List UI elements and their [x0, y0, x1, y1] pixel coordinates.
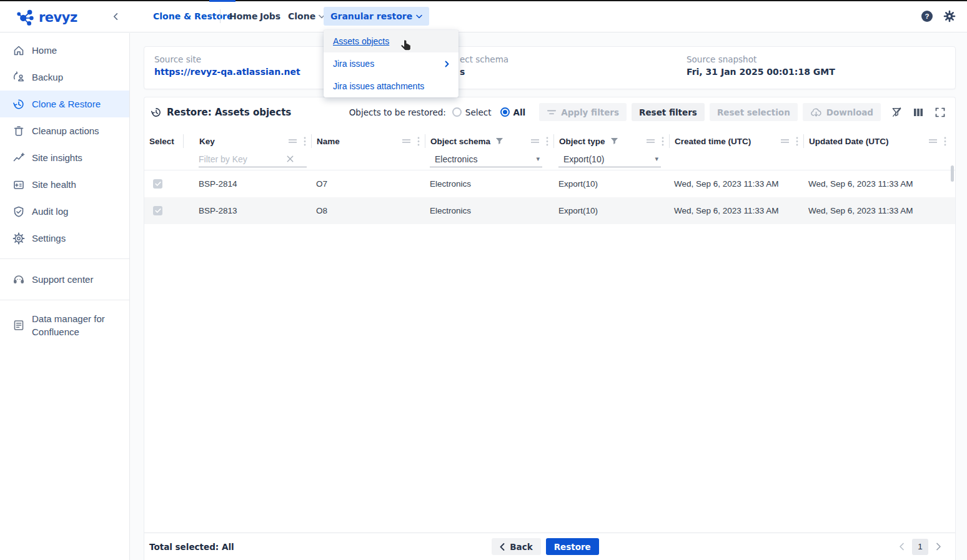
restore-button[interactable]: Restore: [546, 538, 599, 555]
kebab-menu-icon[interactable]: [546, 137, 548, 146]
restore-panel: Restore: Assets objects Objects to be re…: [144, 97, 956, 560]
nav-granular-restore[interactable]: Granular restore: [324, 7, 429, 26]
object-schema-value-partial: s: [460, 67, 508, 77]
cell-key: BSP-2814: [183, 179, 311, 189]
home-icon: [12, 44, 25, 57]
dropdown-caret-icon: ▾: [655, 155, 658, 163]
column-header-object-schema[interactable]: Object schema: [425, 134, 553, 148]
column-header-key[interactable]: Key: [183, 134, 311, 148]
columns-icon[interactable]: [912, 106, 925, 119]
shield-check-icon: [12, 205, 25, 218]
mouse-cursor-icon: [400, 39, 412, 52]
key-filter-input[interactable]: [199, 154, 286, 164]
object-schema-filter-select[interactable]: Electronics ▾: [430, 151, 542, 167]
page-prev-icon[interactable]: [899, 543, 905, 551]
logo[interactable]: revyz: [16, 8, 77, 27]
nav-clone[interactable]: Clone: [288, 0, 325, 32]
cell-object-type: Export(10): [553, 206, 669, 215]
reset-selection-button[interactable]: Reset selection: [710, 103, 798, 121]
menu-item-jira-issues-attachments[interactable]: Jira issues attachments: [324, 75, 459, 97]
cell-object-schema: Electronics: [425, 206, 553, 215]
cell-object-schema: Electronics: [425, 179, 553, 189]
sidebar-item-site-health[interactable]: Site health: [0, 171, 129, 198]
radio-select[interactable]: Select: [452, 107, 492, 117]
drag-handle-icon[interactable]: [530, 139, 540, 144]
sidebar-item-settings[interactable]: Settings: [0, 225, 129, 252]
panel-footer: Total selected: All Back Restore 1: [144, 533, 955, 560]
apply-filters-button[interactable]: Apply filters: [539, 103, 627, 121]
help-icon[interactable]: ?: [921, 10, 933, 22]
back-button[interactable]: Back: [492, 538, 540, 555]
page-next-icon[interactable]: [936, 543, 941, 551]
object-type-filter-select[interactable]: Export(10) ▾: [558, 151, 661, 167]
clear-filter-icon[interactable]: [286, 155, 294, 163]
sidebar-item-support-center[interactable]: Support center: [0, 266, 129, 293]
cell-name: O8: [311, 206, 425, 215]
radio-all[interactable]: All: [500, 107, 526, 117]
source-site-value[interactable]: https://revyz-qa.atlassian.net: [154, 67, 300, 77]
filter-off-icon[interactable]: [890, 106, 903, 119]
nav-home[interactable]: Home: [229, 0, 257, 32]
radio-select-circle[interactable]: [452, 107, 462, 117]
panel-header: Restore: Assets objects Objects to be re…: [144, 97, 955, 127]
pagination: 1: [599, 539, 941, 555]
nav-separator: [220, 9, 221, 23]
column-header-created-time[interactable]: Created time (UTC): [669, 134, 803, 148]
sidebar-collapse-button[interactable]: [109, 9, 122, 23]
cell-updated-date: Wed, Sep 6, 2023 11:33 AM: [803, 179, 951, 189]
sidebar-item-clone-restore[interactable]: Clone & Restore: [0, 91, 129, 117]
sidebar: Home Backup Clone & Restore Cleanup acti…: [0, 33, 130, 560]
kebab-menu-icon[interactable]: [944, 137, 946, 146]
panel-title: Restore: Assets objects: [151, 107, 291, 118]
cell-name: O7: [311, 179, 425, 189]
headset-icon: [12, 273, 25, 286]
row-checkbox[interactable]: [153, 179, 162, 189]
cell-key: BSP-2813: [183, 206, 311, 215]
menu-item-assets-objects[interactable]: Assets objects: [324, 30, 459, 52]
reset-filters-button[interactable]: Reset filters: [632, 103, 705, 121]
column-header-name[interactable]: Name: [311, 134, 425, 148]
drag-handle-icon[interactable]: [402, 139, 411, 144]
object-schema-label-partial: ect schema: [460, 54, 508, 64]
kebab-menu-icon[interactable]: [417, 137, 420, 146]
chevron-left-icon: [500, 543, 505, 551]
backup-icon: [12, 71, 25, 84]
insights-icon: [12, 152, 25, 164]
drag-handle-icon[interactable]: [288, 139, 297, 144]
sidebar-item-data-manager-confluence[interactable]: Data manager for Confluence: [0, 307, 129, 343]
kebab-menu-icon[interactable]: [304, 137, 306, 146]
column-header-object-type[interactable]: Object type: [553, 134, 669, 148]
drag-handle-icon[interactable]: [780, 139, 790, 144]
drag-handle-icon[interactable]: [646, 139, 655, 144]
trash-icon: [12, 125, 25, 137]
menu-item-jira-issues[interactable]: Jira issues: [324, 52, 459, 75]
page-number-button[interactable]: 1: [912, 539, 928, 555]
fullscreen-icon[interactable]: [934, 106, 946, 119]
row-checkbox[interactable]: [153, 206, 162, 215]
top-bar: revyz Clone & Restore Home Jobs Clone Gr…: [0, 0, 967, 32]
column-header-updated-date[interactable]: Updated Date (UTC): [803, 134, 951, 148]
table-scrollbar[interactable]: [951, 165, 954, 182]
sidebar-item-home[interactable]: Home: [0, 37, 129, 64]
nav-jobs[interactable]: Jobs: [260, 0, 280, 32]
sidebar-item-backup[interactable]: Backup: [0, 64, 129, 91]
sidebar-item-cleanup-actions[interactable]: Cleanup actions: [0, 117, 129, 144]
download-button[interactable]: Download: [803, 103, 881, 121]
sidebar-item-site-insights[interactable]: Site insights: [0, 144, 129, 171]
column-header-select: Select: [144, 134, 183, 148]
table-filter-row: Electronics ▾ Export(10) ▾: [144, 150, 955, 170]
source-snapshot-value: Fri, 31 Jan 2025 00:01:18 GMT: [687, 67, 835, 77]
kebab-menu-icon[interactable]: [796, 137, 798, 146]
drag-handle-icon[interactable]: [928, 139, 938, 144]
filter-funnel-icon: [495, 137, 503, 145]
table-row[interactable]: BSP-2814 O7 Electronics Export(10) Wed, …: [144, 170, 955, 197]
table-row[interactable]: BSP-2813 O8 Electronics Export(10) Wed, …: [144, 197, 955, 224]
breadcrumb[interactable]: Clone & Restore: [153, 0, 232, 32]
key-filter: [199, 151, 307, 167]
restore-summary-card: Source site https://revyz-qa.atlassian.n…: [144, 46, 956, 89]
screen-top-edge-accent: [209, 0, 236, 2]
kebab-menu-icon[interactable]: [662, 137, 664, 146]
radio-all-circle[interactable]: [500, 107, 510, 117]
settings-gear-icon[interactable]: [943, 10, 956, 22]
sidebar-item-audit-log[interactable]: Audit log: [0, 198, 129, 225]
